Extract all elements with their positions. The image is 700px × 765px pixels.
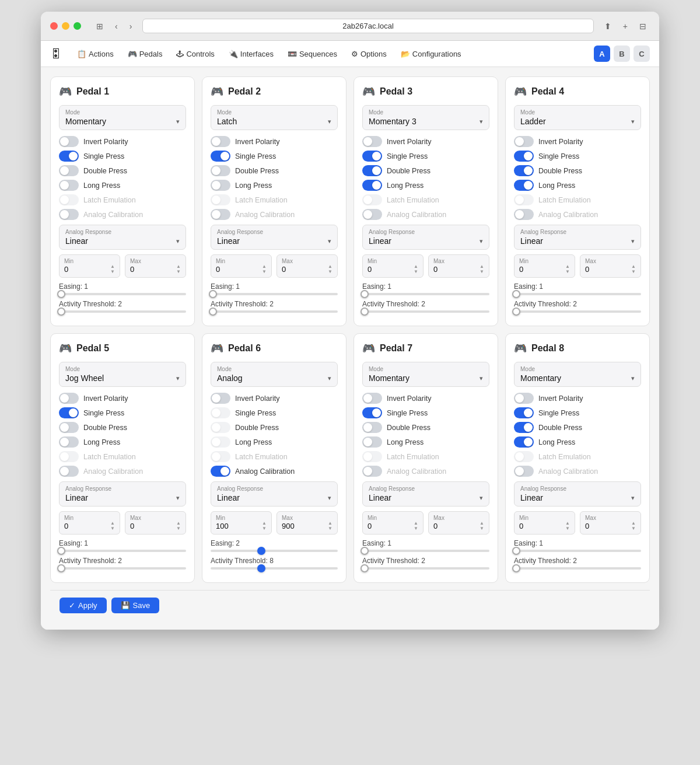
activity-slider-8[interactable]	[514, 567, 641, 570]
tabs-button[interactable]: ⊟	[636, 20, 650, 32]
analog-response-6[interactable]: Analog Response Linear ▾	[211, 481, 338, 506]
analog-response-2[interactable]: Analog Response Linear ▾	[211, 225, 338, 250]
activity-thumb-8[interactable]	[512, 564, 520, 572]
max-field-5[interactable]: Max 0 ▲ ▼	[125, 511, 186, 535]
min-up-3[interactable]: ▲	[414, 264, 418, 269]
min-down-6[interactable]: ▼	[262, 526, 267, 531]
max-field-6[interactable]: Max 900 ▲ ▼	[276, 511, 338, 535]
analog-response-7[interactable]: Analog Response Linear ▾	[362, 481, 489, 506]
nav-interfaces[interactable]: 🔌 Interfaces	[223, 47, 279, 61]
min-up-5[interactable]: ▲	[110, 521, 115, 526]
max-arrows-4[interactable]: ▲ ▼	[631, 264, 636, 274]
max-up-8[interactable]: ▲	[631, 521, 636, 526]
mode-select-5[interactable]: Mode Jog Wheel ▾	[59, 362, 186, 387]
sidebar-toggle-button[interactable]: ⊞	[93, 20, 107, 32]
apply-button[interactable]: ✓ Apply	[60, 598, 107, 613]
mode-select-8[interactable]: Mode Momentary ▾	[514, 362, 641, 387]
easing-thumb-1[interactable]	[57, 290, 65, 298]
max-field-2[interactable]: Max 0 ▲ ▼	[276, 254, 338, 278]
mode-select-7[interactable]: Mode Momentary ▾	[362, 362, 489, 387]
max-arrows-6[interactable]: ▲ ▼	[328, 521, 332, 531]
save-button[interactable]: 💾 Save	[111, 598, 160, 613]
activity-thumb-1[interactable]	[57, 308, 65, 316]
easing-thumb-5[interactable]	[57, 547, 65, 555]
new-tab-button[interactable]: +	[620, 20, 631, 32]
max-up-7[interactable]: ▲	[480, 521, 484, 526]
max-down-2[interactable]: ▼	[328, 270, 332, 274]
min-arrows-7[interactable]: ▲ ▼	[414, 521, 418, 531]
badge-b[interactable]: B	[614, 46, 630, 62]
max-arrows-5[interactable]: ▲ ▼	[176, 521, 181, 531]
min-up-4[interactable]: ▲	[565, 264, 570, 269]
easing-thumb-6[interactable]	[257, 547, 265, 555]
min-field-6[interactable]: Min 100 ▲ ▼	[211, 511, 272, 535]
easing-slider-3[interactable]	[362, 293, 489, 295]
max-up-4[interactable]: ▲	[631, 264, 636, 269]
badge-a[interactable]: A	[594, 46, 610, 62]
nav-forward-button[interactable]: ›	[126, 20, 136, 32]
analog-response-5[interactable]: Analog Response Linear ▾	[59, 481, 186, 506]
activity-slider-2[interactable]	[211, 310, 338, 313]
address-bar[interactable]: 2ab267ac.local	[142, 19, 593, 33]
max-up-3[interactable]: ▲	[480, 264, 484, 269]
easing-thumb-4[interactable]	[512, 290, 520, 298]
max-field-4[interactable]: Max 0 ▲ ▼	[580, 254, 641, 278]
minimize-button[interactable]	[62, 22, 69, 30]
min-arrows-2[interactable]: ▲ ▼	[262, 264, 267, 274]
analog-response-8[interactable]: Analog Response Linear ▾	[514, 481, 641, 506]
min-arrows-6[interactable]: ▲ ▼	[262, 521, 267, 531]
max-up-1[interactable]: ▲	[176, 264, 181, 269]
analog-response-4[interactable]: Analog Response Linear ▾	[514, 225, 641, 250]
max-up-6[interactable]: ▲	[328, 521, 332, 526]
easing-slider-5[interactable]	[59, 550, 186, 552]
min-field-7[interactable]: Min 0 ▲ ▼	[362, 511, 424, 535]
mode-select-4[interactable]: Mode Ladder ▾	[514, 105, 641, 130]
max-arrows-7[interactable]: ▲ ▼	[480, 521, 484, 531]
easing-thumb-8[interactable]	[512, 547, 520, 555]
nav-configurations[interactable]: 📂 Configurations	[395, 47, 467, 61]
easing-slider-7[interactable]	[362, 550, 489, 552]
analog-response-3[interactable]: Analog Response Linear ▾	[362, 225, 489, 250]
activity-slider-6[interactable]	[211, 567, 338, 570]
min-down-7[interactable]: ▼	[414, 526, 418, 531]
easing-slider-8[interactable]	[514, 550, 641, 552]
activity-thumb-7[interactable]	[360, 564, 369, 572]
min-down-5[interactable]: ▼	[110, 526, 115, 531]
activity-slider-4[interactable]	[514, 310, 641, 313]
min-arrows-1[interactable]: ▲ ▼	[110, 264, 115, 274]
activity-slider-1[interactable]	[59, 310, 186, 313]
nav-pedals[interactable]: 🎮 Pedals	[122, 47, 169, 61]
max-field-1[interactable]: Max 0 ▲ ▼	[125, 254, 186, 278]
analog-response-1[interactable]: Analog Response Linear ▾	[59, 225, 186, 250]
min-arrows-5[interactable]: ▲ ▼	[110, 521, 115, 531]
activity-thumb-3[interactable]	[360, 308, 369, 316]
max-arrows-8[interactable]: ▲ ▼	[631, 521, 636, 531]
maximize-button[interactable]	[74, 22, 81, 30]
min-field-8[interactable]: Min 0 ▲ ▼	[514, 511, 575, 535]
nav-options[interactable]: ⚙ Options	[345, 47, 393, 61]
max-arrows-1[interactable]: ▲ ▼	[176, 264, 181, 274]
min-field-2[interactable]: Min 0 ▲ ▼	[211, 254, 272, 278]
min-field-3[interactable]: Min 0 ▲ ▼	[362, 254, 424, 278]
min-up-1[interactable]: ▲	[110, 264, 115, 269]
activity-slider-7[interactable]	[362, 567, 489, 570]
nav-controls[interactable]: 🕹 Controls	[170, 47, 220, 61]
max-down-6[interactable]: ▼	[328, 526, 332, 531]
mode-select-3[interactable]: Mode Momentary 3 ▾	[362, 105, 489, 130]
activity-slider-5[interactable]	[59, 567, 186, 570]
max-field-7[interactable]: Max 0 ▲ ▼	[428, 511, 489, 535]
activity-thumb-4[interactable]	[512, 308, 520, 316]
min-arrows-4[interactable]: ▲ ▼	[565, 264, 570, 274]
easing-slider-2[interactable]	[211, 293, 338, 295]
activity-thumb-6[interactable]	[257, 564, 265, 572]
min-up-7[interactable]: ▲	[414, 521, 418, 526]
min-down-8[interactable]: ▼	[565, 526, 570, 531]
max-field-8[interactable]: Max 0 ▲ ▼	[580, 511, 641, 535]
max-down-8[interactable]: ▼	[631, 526, 636, 531]
easing-slider-4[interactable]	[514, 293, 641, 295]
min-field-4[interactable]: Min 0 ▲ ▼	[514, 254, 575, 278]
min-down-1[interactable]: ▼	[110, 270, 115, 274]
share-button[interactable]: ⬆	[601, 20, 615, 32]
max-down-4[interactable]: ▼	[631, 270, 636, 274]
min-arrows-8[interactable]: ▲ ▼	[565, 521, 570, 531]
